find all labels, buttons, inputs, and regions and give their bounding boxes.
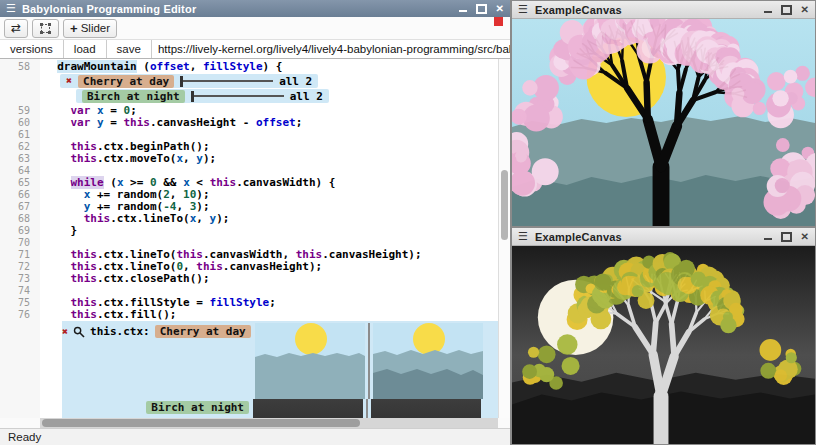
slider-value-birch: all 2	[290, 90, 323, 103]
line-number: 65	[0, 177, 40, 189]
close-icon[interactable]: ✕	[801, 232, 809, 242]
minimize-icon[interactable]	[764, 238, 772, 240]
probe-chip-cherry[interactable]: Cherry at day	[155, 325, 251, 338]
code-line[interactable]: 76 this.ctx.fill();	[0, 309, 498, 321]
code-scroll: 58 drawMountain (offset, fillStyle) { ✖ …	[0, 59, 498, 418]
maximize-icon[interactable]	[781, 5, 792, 15]
window-controls: ✕	[764, 5, 809, 15]
probe-thumbnail-birch-2[interactable]	[371, 399, 481, 418]
close-icon[interactable]: ✕	[801, 5, 809, 15]
code-editor[interactable]: 58 drawMountain (offset, fillStyle) { ✖ …	[0, 59, 510, 418]
probe-thumbnail-birch-1[interactable]	[253, 399, 363, 418]
slider-row-cherry: ✖ Cherry at day all 2	[60, 74, 318, 88]
thumbnail-divider	[368, 323, 370, 399]
close-probe-icon[interactable]: ✖	[62, 327, 68, 337]
frame-select-button[interactable]	[32, 19, 59, 38]
example-slider-birch[interactable]	[191, 91, 284, 102]
code-line[interactable]: 73 this.ctx.closePath();	[0, 273, 498, 285]
close-example-icon[interactable]: ✖	[66, 76, 72, 86]
line-number: 60	[0, 117, 40, 129]
swap-arrows-icon: ⇄	[11, 22, 21, 34]
menu-icon[interactable]: ☰	[6, 3, 16, 14]
example-canvas-window-cherry: ☰ ExampleCanvas ✕	[511, 0, 816, 227]
frame-select-icon	[39, 22, 52, 35]
example-slider-cherry[interactable]	[180, 76, 273, 87]
line-number: 62	[0, 141, 40, 153]
cherry-titlebar[interactable]: ☰ ExampleCanvas ✕	[512, 1, 815, 19]
line-number: 76	[0, 309, 40, 321]
line-number: 73	[0, 273, 40, 285]
maximize-icon[interactable]	[476, 4, 487, 14]
line-number: 58	[0, 61, 40, 73]
editor-window-title: Babylonian Programming Editor	[22, 3, 197, 15]
versions-button[interactable]: versions	[0, 40, 64, 58]
line-number: 63	[0, 153, 40, 165]
example-chip-birch[interactable]: Birch at night	[82, 90, 185, 103]
menu-icon[interactable]: ☰	[518, 231, 528, 242]
file-nav-row: versions load save https://lively-kernel…	[0, 40, 510, 59]
thumbnail-divider	[366, 399, 368, 418]
probe-thumbnail-cherry-2[interactable]	[373, 323, 483, 399]
slider-row-birch: Birch at night all 2	[76, 89, 329, 103]
code-line[interactable]: 58 drawMountain (offset, fillStyle) {	[0, 61, 498, 73]
swap-arrows-button[interactable]: ⇄	[4, 19, 28, 38]
code-line[interactable]: 69 }	[0, 225, 498, 237]
vertical-scrollbar[interactable]	[498, 59, 510, 418]
url-field[interactable]: https://lively-kernel.org/lively4/lively…	[152, 40, 510, 58]
editor-titlebar[interactable]: ☰ Babylonian Programming Editor ✕	[0, 0, 510, 17]
line-number: 68	[0, 213, 40, 225]
status-bar: Ready	[0, 428, 510, 445]
cherry-canvas	[512, 19, 815, 226]
probe-thumbnail-cherry-1[interactable]	[255, 323, 365, 399]
menu-icon[interactable]: ☰	[518, 4, 528, 15]
line-number: 64	[0, 165, 40, 177]
cherry-window-title: ExampleCanvas	[535, 4, 622, 16]
window-controls: ✕	[764, 232, 809, 242]
magnifier-icon	[73, 326, 85, 338]
babylonian-editor-window: ☰ Babylonian Programming Editor ✕ ⇄	[0, 0, 511, 445]
line-number: 74	[0, 285, 40, 297]
line-number: 75	[0, 297, 40, 309]
unsaved-indicator	[494, 17, 503, 26]
save-button[interactable]: save	[107, 40, 152, 58]
probe-expression: this.ctx:	[90, 325, 150, 338]
slider-value-cherry: all 2	[279, 75, 312, 88]
maximize-icon[interactable]	[781, 232, 792, 242]
status-text: Ready	[8, 431, 41, 443]
example-canvas-window-birch: ☰ ExampleCanvas ✕	[511, 227, 816, 445]
horizontal-scrollbar-thumb[interactable]	[42, 419, 360, 427]
line-number: 61	[0, 129, 40, 141]
add-slider-button[interactable]: + Slider	[63, 19, 117, 38]
line-number: 67	[0, 201, 40, 213]
example-chip-cherry[interactable]: Cherry at day	[78, 75, 174, 88]
editor-toolbar: ⇄ + Slider	[0, 17, 510, 40]
add-slider-label: Slider	[81, 22, 110, 34]
code-lines-body: 59 var x = 0;60 var y = this.canvasHeigh…	[0, 105, 498, 321]
vertical-scrollbar-thumb[interactable]	[501, 170, 508, 240]
probe-row-cherry: ✖ this.ctx: Cherry at day	[62, 323, 498, 399]
minimize-icon[interactable]	[459, 10, 467, 12]
probe-widget: ✖ this.ctx: Cherry at day	[62, 321, 498, 418]
example-slider-widget: ✖ Cherry at day all 2 Birch at night all…	[60, 74, 498, 104]
code-line[interactable]: 63 this.ctx.moveTo(x, y);	[0, 153, 498, 165]
close-icon[interactable]: ✕	[496, 4, 504, 14]
birch-window-title: ExampleCanvas	[535, 231, 622, 243]
code-lines-head: 58 drawMountain (offset, fillStyle) {	[0, 61, 498, 73]
line-number: 59	[0, 105, 40, 117]
line-number: 69	[0, 225, 40, 237]
line-number: 66	[0, 189, 40, 201]
hscroll-row	[0, 418, 510, 428]
line-number: 71	[0, 249, 40, 261]
plus-icon: +	[70, 22, 78, 35]
line-number: 70	[0, 237, 40, 249]
window-controls: ✕	[459, 4, 504, 14]
minimize-icon[interactable]	[764, 11, 772, 13]
screen: ☰ Babylonian Programming Editor ✕ ⇄	[0, 0, 816, 445]
probe-chip-birch[interactable]: Birch at night	[146, 401, 249, 414]
birch-titlebar[interactable]: ☰ ExampleCanvas ✕	[512, 228, 815, 246]
horizontal-scrollbar[interactable]	[40, 418, 498, 428]
line-number: 72	[0, 261, 40, 273]
load-button[interactable]: load	[64, 40, 107, 58]
birch-canvas	[512, 246, 815, 444]
code-line[interactable]: 60 var y = this.canvasHeight - offset;	[0, 117, 498, 129]
